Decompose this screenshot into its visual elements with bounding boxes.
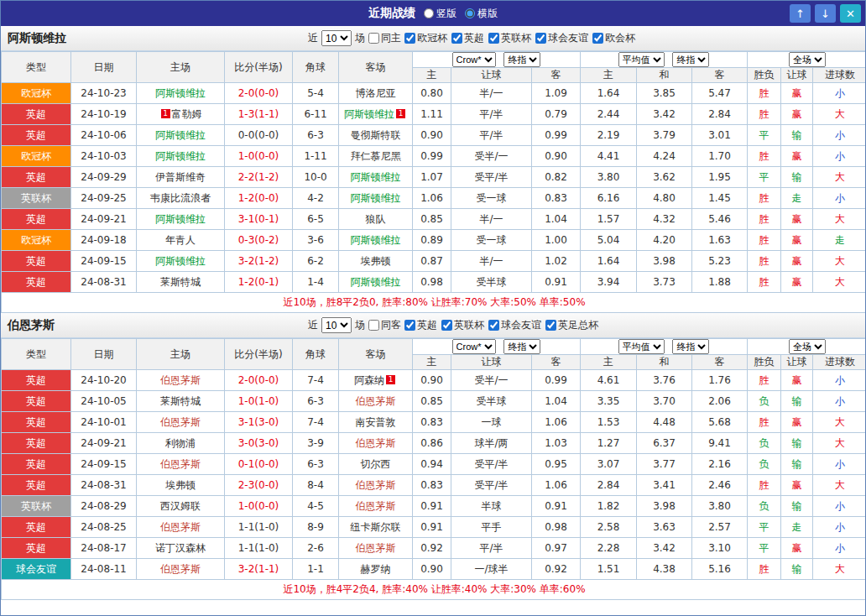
home-team-name[interactable]: 阿斯顿维拉	[155, 150, 206, 162]
away-team-name[interactable]: 赫罗纳	[361, 563, 391, 575]
result-handicap: 输	[781, 454, 813, 475]
same-venue-checkbox[interactable]	[368, 320, 379, 331]
odds-away: 0.98	[532, 517, 581, 538]
away-team-name[interactable]: 伯恩茅斯	[356, 437, 396, 449]
result-winloss: 胜	[748, 188, 781, 209]
home-team-name[interactable]: 西汉姆联	[160, 500, 201, 512]
scope-select[interactable]: 全场	[789, 52, 826, 67]
league-filter-checkbox[interactable]	[545, 320, 556, 331]
league-type-badge: 英超	[2, 104, 71, 125]
average-select-cell: 平均值 终指	[581, 339, 748, 355]
league-filter[interactable]: 英联杯	[441, 318, 484, 332]
league-filter-checkbox[interactable]	[488, 33, 499, 44]
odds-stage-select[interactable]: 终指	[503, 339, 540, 354]
result-handicap: 赢	[781, 104, 813, 125]
home-team-name[interactable]: 伯恩茅斯	[160, 416, 201, 428]
corner-count: 10-0	[293, 167, 339, 188]
away-team-name[interactable]: 伯恩茅斯	[356, 395, 396, 407]
near-label: 近	[308, 31, 318, 45]
horizontal-radio[interactable]	[465, 8, 475, 18]
away-team-name[interactable]: 埃弗顿	[361, 255, 391, 267]
away-team-name[interactable]: 阿斯顿维拉	[351, 234, 401, 246]
scope-select[interactable]: 全场	[789, 339, 826, 354]
league-filter-checkbox[interactable]	[451, 33, 462, 44]
match-count-select[interactable]: 10	[321, 317, 352, 333]
league-filter-checkbox[interactable]	[441, 320, 452, 331]
home-team-name[interactable]: 伯恩茅斯	[160, 521, 201, 533]
filter-bar: 近 10 场 同客 英超英联杯球会友谊英足总杯	[308, 313, 598, 337]
average-stage-select[interactable]: 终指	[672, 339, 709, 354]
league-filter[interactable]: 球会友谊	[488, 318, 541, 332]
col-avg-home: 主	[581, 68, 637, 83]
home-team-name[interactable]: 诺丁汉森林	[155, 542, 206, 554]
move-down-button[interactable]: ↓	[815, 4, 836, 23]
match-table-body: 英超24-10-20伯恩茅斯2-0(0-0)7-4阿森纳10.90受半/一0.9…	[2, 370, 866, 580]
league-filter-checkbox[interactable]	[404, 33, 415, 44]
league-filter[interactable]: 英联杯	[488, 31, 531, 45]
col-result-goals: 进球数	[813, 68, 866, 83]
average-stage-select[interactable]: 终指	[672, 52, 709, 67]
odds-stage-select[interactable]: 终指	[503, 52, 540, 67]
league-filter-checkbox[interactable]	[404, 320, 415, 331]
away-team-name[interactable]: 狼队	[366, 213, 386, 225]
home-team-name[interactable]: 伯恩茅斯	[160, 374, 201, 386]
away-team-name[interactable]: 切尔西	[361, 458, 391, 470]
home-team-name[interactable]: 伯恩茅斯	[160, 563, 201, 575]
home-team-name[interactable]: 埃弗顿	[165, 479, 196, 491]
home-team-name[interactable]: 阿斯顿维拉	[155, 213, 206, 225]
home-team-name[interactable]: 年青人	[165, 234, 196, 246]
home-team-name[interactable]: 莱斯特城	[160, 395, 201, 407]
league-filter-label: 英超	[417, 318, 437, 332]
home-team-name[interactable]: 阿斯顿维拉	[155, 255, 206, 267]
average-select[interactable]: 平均值	[618, 52, 665, 67]
league-filter[interactable]: 欧会杯	[592, 31, 635, 45]
home-team-name[interactable]: 莱斯特城	[160, 276, 201, 288]
avg-home: 4.41	[581, 146, 637, 167]
same-venue-checkbox[interactable]	[368, 33, 379, 44]
avg-away: 9.41	[692, 433, 748, 454]
league-filter[interactable]: 英超	[451, 31, 484, 45]
result-winloss: 胜	[748, 230, 781, 251]
avg-draw: 3.73	[637, 272, 692, 293]
same-venue-filter[interactable]: 同主	[368, 31, 401, 45]
away-team-name[interactable]: 阿斯顿维拉	[351, 171, 401, 183]
bookmaker-select[interactable]: Crow*	[452, 339, 496, 354]
layout-horizontal-option[interactable]: 横版	[465, 7, 498, 21]
league-filter[interactable]: 欧冠杯	[404, 31, 447, 45]
home-team-name[interactable]: 富勒姆	[172, 108, 202, 120]
match-date: 24-09-25	[71, 188, 137, 209]
away-team-name[interactable]: 南安普敦	[356, 416, 396, 428]
away-team-name[interactable]: 伯恩茅斯	[356, 500, 396, 512]
home-team-name[interactable]: 伯恩茅斯	[160, 458, 201, 470]
league-filter-checkbox[interactable]	[592, 33, 603, 44]
home-team-name[interactable]: 阿斯顿维拉	[155, 87, 206, 99]
average-select[interactable]: 平均值	[618, 339, 665, 354]
away-team-name[interactable]: 拜仁慕尼黑	[351, 150, 401, 162]
away-team-name[interactable]: 曼彻斯特联	[351, 129, 401, 141]
league-filter[interactable]: 英超	[404, 318, 437, 332]
result-handicap: 赢	[781, 209, 813, 230]
away-team-name[interactable]: 伯恩茅斯	[356, 542, 396, 554]
layout-vertical-option[interactable]: 竖版	[424, 7, 456, 21]
away-team-name[interactable]: 阿斯顿维拉	[351, 276, 401, 288]
away-team-name[interactable]: 纽卡斯尔联	[351, 521, 401, 533]
bookmaker-select[interactable]: Crow*	[452, 52, 496, 67]
home-team-name[interactable]: 阿斯顿维拉	[155, 129, 206, 141]
league-filter[interactable]: 英足总杯	[545, 318, 598, 332]
move-up-button[interactable]: ↑	[790, 4, 811, 23]
home-team-name[interactable]: 利物浦	[165, 437, 196, 449]
league-filter[interactable]: 球会友谊	[535, 31, 588, 45]
league-filter-checkbox[interactable]	[535, 33, 546, 44]
away-team-name[interactable]: 阿森纳	[354, 374, 384, 386]
away-team-name[interactable]: 伯恩茅斯	[356, 479, 396, 491]
same-venue-filter[interactable]: 同客	[368, 318, 401, 332]
home-team-name[interactable]: 伊普斯维奇	[155, 171, 206, 183]
league-filter-checkbox[interactable]	[488, 320, 499, 331]
home-team-name[interactable]: 韦康比流浪者	[150, 192, 211, 204]
away-team-name[interactable]: 博洛尼亚	[356, 87, 396, 99]
away-team-name[interactable]: 阿斯顿维拉	[344, 108, 394, 120]
vertical-radio[interactable]	[424, 8, 434, 18]
away-team-name[interactable]: 阿斯顿维拉	[351, 192, 401, 204]
match-count-select[interactable]: 10	[321, 30, 352, 46]
close-icon[interactable]: ✕	[840, 4, 861, 23]
